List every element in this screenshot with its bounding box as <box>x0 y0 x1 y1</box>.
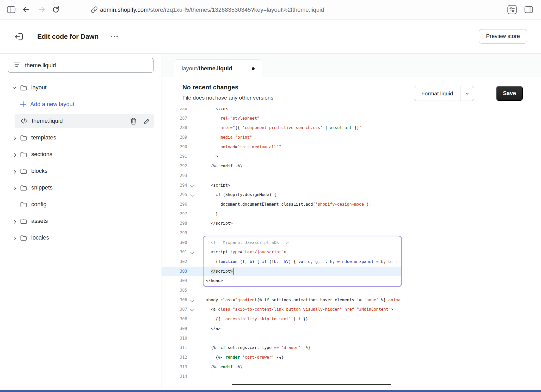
line-number[interactable]: 307 <box>162 305 187 314</box>
line-number[interactable]: 289 <box>162 133 187 142</box>
sidebar-item-add-a-new-layout[interactable]: Add a new layout <box>0 97 162 112</box>
forward-button[interactable] <box>38 6 46 14</box>
browser-settings-icon[interactable] <box>507 5 517 15</box>
right-panel-icon[interactable] <box>524 6 533 14</box>
line-number[interactable]: 295 <box>162 190 187 200</box>
line-number[interactable]: 292 <box>162 161 187 171</box>
line-number[interactable]: 305 <box>162 286 187 295</box>
code-line[interactable]: 308 {{ 'accessibility.skip_to_text' | t … <box>162 314 541 324</box>
code-line[interactable]: 312 {%- render 'cart-drawer' -%} <box>162 353 541 362</box>
line-number[interactable]: 296 <box>162 200 187 209</box>
code-line[interactable]: 309 </a> <box>162 324 541 334</box>
line-number[interactable]: 301 <box>162 247 187 257</box>
format-liquid-button[interactable]: Format liquid <box>414 86 460 101</box>
reload-button[interactable] <box>52 5 60 14</box>
line-number[interactable]: 312 <box>162 353 187 362</box>
line-number[interactable]: 286 <box>162 108 187 114</box>
line-number[interactable]: 308 <box>162 314 187 324</box>
code-line[interactable]: 307 <a class="skip-to-content-link butto… <box>162 305 541 314</box>
sidebar-item-layout[interactable]: layout <box>0 80 162 95</box>
code-line[interactable]: 289 media="print" <box>162 133 541 142</box>
address-bar[interactable]: admin.shopify.com/store/rzq1xu-f5/themes… <box>100 0 324 20</box>
code-line[interactable]: 304</head> <box>162 276 541 286</box>
code-line[interactable]: 300 <!-- Mixpanel Javascript SDK --> <box>162 238 541 248</box>
code-line[interactable]: 301 <script type="text/javascript"> <box>162 247 541 257</box>
sidebar-item-config[interactable]: config <box>0 197 162 212</box>
more-actions-button[interactable] <box>108 33 120 40</box>
sidebar-item-locales[interactable]: locales <box>0 230 162 245</box>
folder-icon <box>20 80 27 95</box>
format-options-dropdown[interactable] <box>460 86 474 101</box>
code-line[interactable]: 295 if (Shopify.designMode) { <box>162 190 541 200</box>
chevron-right-icon[interactable] <box>11 214 18 228</box>
code-line[interactable]: 302 (function (f, b) { if (!b.__SV) { va… <box>162 257 541 267</box>
line-number[interactable]: 287 <box>162 114 187 123</box>
line-number[interactable]: 300 <box>162 238 187 248</box>
line-number[interactable]: 306 <box>162 295 187 305</box>
sidebar-item-templates[interactable]: templates <box>0 130 162 145</box>
fold-chevron-icon[interactable] <box>189 247 196 257</box>
code-line[interactable]: 291 > <box>162 152 541 161</box>
delete-file-icon[interactable] <box>130 117 137 125</box>
file-filter-box[interactable] <box>8 58 154 73</box>
sidebar-item-theme-liquid[interactable]: theme.liquid <box>0 114 162 128</box>
sidebar-item-blocks[interactable]: blocks <box>0 164 162 178</box>
sidebar-item-assets[interactable]: assets <box>0 214 162 228</box>
sidebar-item-sections[interactable]: sections <box>0 147 162 162</box>
preview-store-button[interactable]: Preview store <box>479 29 527 44</box>
file-filter-input[interactable] <box>25 62 148 69</box>
back-button[interactable] <box>22 6 30 14</box>
tab-theme-liquid[interactable]: layout/theme.liquid <box>174 59 262 77</box>
chevron-right-icon[interactable] <box>11 180 18 195</box>
code-line[interactable]: 286 <link <box>162 108 541 114</box>
code-line[interactable]: 305 <box>162 286 541 295</box>
line-number[interactable]: 297 <box>162 209 187 219</box>
code-editor[interactable]: 286 <link287 rel="stylesheet"288 href="{… <box>162 108 541 390</box>
exit-code-editor-button[interactable] <box>13 31 25 43</box>
line-number[interactable]: 290 <box>162 142 187 152</box>
line-number[interactable]: 291 <box>162 152 187 161</box>
code-line[interactable]: 299 <box>162 228 541 238</box>
chevron-down-icon[interactable] <box>11 80 18 95</box>
code-line[interactable]: 298 </script> <box>162 219 541 228</box>
fold-chevron-icon[interactable] <box>189 190 196 200</box>
code-line[interactable]: 297 } <box>162 209 541 219</box>
line-number[interactable]: 311 <box>162 343 187 353</box>
line-number[interactable]: 299 <box>162 228 187 238</box>
line-number[interactable]: 314 <box>162 372 187 381</box>
chevron-right-icon[interactable] <box>11 230 18 245</box>
fold-chevron-icon[interactable] <box>189 305 196 314</box>
fold-chevron-icon[interactable] <box>189 295 196 305</box>
line-number[interactable]: 288 <box>162 123 187 133</box>
line-number[interactable]: 309 <box>162 324 187 334</box>
code-line[interactable]: 306<body class="gradient{% if settings.a… <box>162 295 541 305</box>
code-line[interactable]: 293 <box>162 171 541 181</box>
line-number[interactable]: 313 <box>162 362 187 372</box>
code-line[interactable]: 288 href="{{ 'component-predictive-searc… <box>162 123 541 133</box>
code-line[interactable]: 290 onload="this.media='all'" <box>162 142 541 152</box>
line-number[interactable]: 303 <box>162 267 187 276</box>
code-line[interactable]: 313 {%- endif -%} <box>162 362 541 372</box>
chevron-right-icon[interactable] <box>11 130 18 145</box>
line-number[interactable]: 304 <box>162 276 187 286</box>
line-number[interactable]: 298 <box>162 219 187 228</box>
code-line[interactable]: 303 </script> <box>162 267 541 276</box>
chevron-right-icon[interactable] <box>11 164 18 178</box>
line-number[interactable]: 293 <box>162 171 187 181</box>
code-line[interactable]: 311 {%- if settings.cart_type == 'drawer… <box>162 343 541 353</box>
save-button[interactable]: Save <box>496 86 523 101</box>
code-line[interactable]: 287 rel="stylesheet" <box>162 114 541 123</box>
code-line[interactable]: 314 <box>162 372 541 381</box>
line-number[interactable]: 302 <box>162 257 187 267</box>
rename-file-icon[interactable] <box>143 117 151 125</box>
code-line[interactable]: 296 document.documentElement.classList.a… <box>162 200 541 209</box>
sidebar-item-snippets[interactable]: snippets <box>0 180 162 195</box>
line-number[interactable]: 310 <box>162 334 187 343</box>
line-number[interactable]: 294 <box>162 181 187 190</box>
code-line[interactable]: 294 <script> <box>162 181 541 190</box>
code-line[interactable]: 292 {%- endif -%} <box>162 161 541 171</box>
code-line[interactable]: 310 <box>162 334 541 343</box>
side-panel-icon[interactable] <box>7 6 16 14</box>
fold-chevron-icon[interactable] <box>189 181 196 190</box>
chevron-right-icon[interactable] <box>11 147 18 162</box>
